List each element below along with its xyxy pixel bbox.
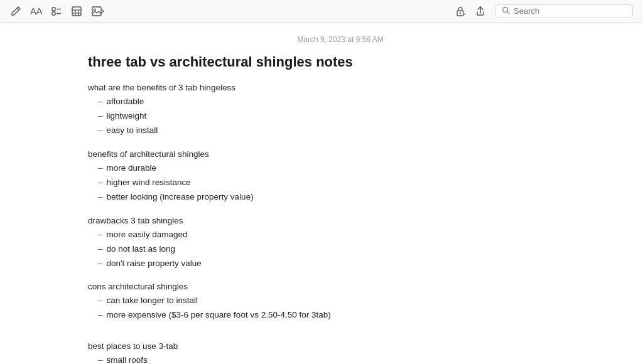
svg-rect-4 (72, 7, 81, 16)
share-icon[interactable] (475, 6, 486, 17)
section-best-3tab: best places to use 3-tabsmall roofsflat … (88, 341, 593, 364)
checklist-icon[interactable] (51, 6, 62, 17)
section-heading-drawbacks-3tab: drawbacks 3 tab shingles (88, 216, 593, 225)
section-heading-best-3tab: best places to use 3-tab (88, 341, 593, 351)
svg-rect-0 (52, 8, 55, 11)
bullet-list-drawbacks-3tab: more easily damageddo not last as longdo… (88, 228, 593, 271)
section-heading-cons-arch: cons architectural shingles (88, 282, 593, 291)
document-date: March 9, 2023 at 9:56 AM (88, 35, 593, 44)
list-item: don't raise property value (98, 257, 593, 271)
media-icon[interactable] (91, 6, 105, 17)
table-icon[interactable] (71, 6, 82, 17)
list-item: better looking (increase property value) (98, 190, 593, 205)
svg-rect-9 (92, 7, 101, 16)
list-item: easy to install (98, 124, 593, 138)
svg-point-13 (503, 7, 508, 12)
section-cons-arch: cons architectural shinglescan take long… (88, 282, 593, 323)
bullet-list-benefits-3tab: affordablelightweighteasy to install (88, 95, 593, 138)
list-item: do not last as long (98, 242, 593, 257)
toolbar-right (455, 4, 633, 18)
search-input[interactable] (514, 6, 626, 16)
section-heading-benefits-arch: benefits of architectural shingles (88, 149, 593, 159)
section-heading-benefits-3tab: what are the benefits of 3 tab hingeless (88, 83, 593, 92)
svg-point-10 (94, 9, 96, 11)
document-content: March 9, 2023 at 9:56 AM three tab vs ar… (0, 23, 643, 364)
list-item: more easily damaged (98, 228, 593, 242)
list-item: more durable (98, 161, 593, 176)
font-size-button[interactable]: AA (30, 6, 42, 16)
toolbar-left: AA (10, 6, 105, 17)
search-icon (502, 6, 510, 16)
svg-line-14 (507, 12, 509, 14)
section-drawbacks-3tab: drawbacks 3 tab shinglesmore easily dama… (88, 216, 593, 271)
section-benefits-arch: benefits of architectural shinglesmore d… (88, 149, 593, 205)
edit-icon[interactable] (10, 6, 21, 17)
search-box[interactable] (495, 4, 633, 18)
list-item: more expensive ($3-6 per square foot vs … (98, 308, 593, 323)
sections-container: what are the benefits of 3 tab hingeless… (88, 83, 593, 364)
list-item: can take longer to install (98, 294, 593, 308)
svg-point-12 (460, 12, 461, 13)
bullet-list-cons-arch: can take longer to installmore expensive… (88, 294, 593, 323)
list-item: lightweight (98, 109, 593, 124)
document-title: three tab vs architectural shingles note… (88, 54, 593, 70)
list-item: small roofs (98, 353, 593, 364)
list-item: higher wind resistance (98, 176, 593, 190)
list-item: affordable (98, 95, 593, 109)
svg-rect-2 (52, 12, 55, 15)
toolbar: AA (0, 0, 643, 23)
bullet-list-benefits-arch: more durablehigher wind resistancebetter… (88, 161, 593, 205)
bullet-list-best-3tab: small roofsflat roofstemporary homes (88, 353, 593, 364)
section-benefits-3tab: what are the benefits of 3 tab hingeless… (88, 83, 593, 138)
lock-icon[interactable] (455, 6, 466, 17)
